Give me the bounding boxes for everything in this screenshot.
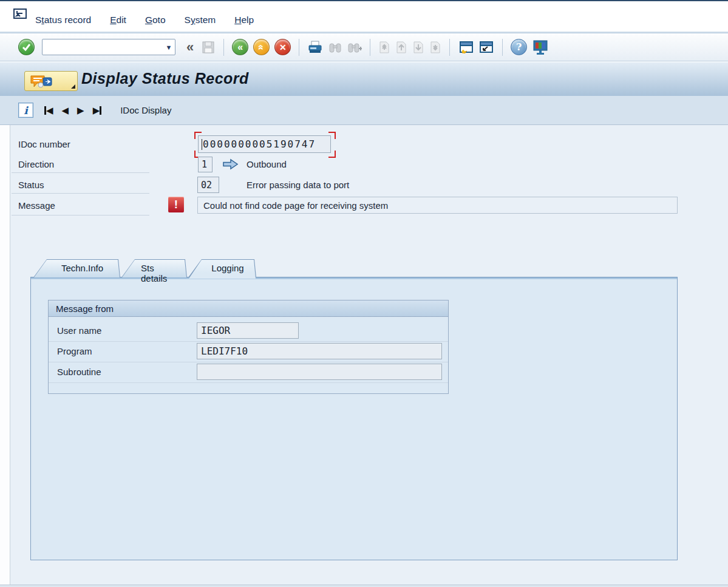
direction-field[interactable]: 1 [198,157,213,172]
direction-label: Direction [18,159,54,169]
save-button[interactable] [201,38,216,56]
screen-content: IDoc number 0000000005190747 Direction 1… [0,125,728,585]
find-button[interactable] [328,38,342,56]
separator [502,39,503,56]
previous-record-button[interactable]: ◀ [62,103,69,118]
message-field[interactable]: Could not find code page for receiving s… [197,197,678,214]
previous-record-icon: ◀ [62,106,69,115]
menu-system[interactable]: System [185,15,216,25]
menu-status-record[interactable]: Status record [35,15,91,25]
info-button[interactable]: i [18,103,33,118]
program-field[interactable]: LEDI7F10 [197,343,442,359]
row-separator [12,215,149,215]
command-input[interactable] [43,39,163,55]
first-page-button[interactable] [378,38,391,56]
exit-button[interactable]: « [253,38,270,56]
separator [449,39,450,56]
message-label: Message [18,200,55,211]
page-up-button[interactable] [395,38,408,56]
user-name-label: User name [57,325,101,336]
collapse-toolbar-icon[interactable]: « [186,39,194,55]
find-next-icon [347,40,362,55]
last-record-button[interactable]: ▶ [93,103,102,118]
print-icon [307,40,323,55]
subroutine-field[interactable] [197,364,442,380]
focus-corner [194,132,202,139]
status-description: Error passing data to port [247,180,349,190]
system-menu-icon[interactable] [12,7,29,23]
print-button[interactable] [307,38,323,56]
enter-button[interactable] [18,38,35,56]
outbound-arrow-icon [222,158,239,170]
menu-bar: Status record Edit Goto System Help [0,1,728,33]
title-menu-button[interactable] [24,71,78,91]
find-next-button[interactable] [347,38,362,56]
find-icon [328,40,342,55]
separator [299,39,299,56]
enter-check-icon [18,39,35,55]
new-session-button[interactable] [458,38,474,56]
last-record-icon: ▶ [93,106,100,115]
direction-description: Outbound [247,159,287,169]
program-label: Program [57,346,92,356]
form-row: Program LEDI7F10 [49,341,448,362]
customize-layout-icon [532,39,549,55]
create-shortcut-button[interactable] [478,38,494,56]
first-page-icon [378,40,391,55]
info-icon: i [24,104,27,117]
new-session-icon [458,40,474,55]
focus-corner [328,151,336,158]
back-button[interactable]: « [232,38,248,56]
page-down-icon [412,40,425,55]
window-bottom-edge [0,585,728,587]
first-record-button[interactable]: ◀ [44,103,53,118]
last-page-button[interactable] [429,38,442,56]
help-button[interactable]: ? [511,38,527,56]
text-cursor [202,139,202,150]
idoc-number-value: 0000000005190747 [203,138,316,150]
groupbox-title: Message from [49,300,448,317]
tab-logging[interactable]: Logging [188,259,256,277]
user-name-value: IEGOR [201,325,230,336]
tab-label: Techn.Info [33,259,120,273]
exit-icon: « [253,39,270,55]
cancel-icon: ✕ [274,39,291,55]
command-field[interactable]: ▼ [42,39,175,55]
error-icon: ! [168,197,184,212]
menu-items: Status record Edit Goto System Help [35,15,254,25]
menu-help[interactable]: Help [234,15,254,25]
focus-corner [328,132,336,139]
command-dropdown-icon[interactable]: ▼ [163,44,175,51]
message-from-groupbox: Message from User name IEGOR Program LED… [48,300,449,394]
help-icon: ? [511,39,527,55]
menu-goto[interactable]: Goto [145,15,166,25]
program-value: LEDI7F10 [201,345,248,357]
status-field[interactable]: 02 [197,177,219,193]
status-label: Status [18,180,44,190]
back-icon: « [232,39,248,55]
next-record-button[interactable]: ▶ [77,103,84,118]
cancel-button[interactable]: ✕ [274,38,291,56]
status-value: 02 [201,180,212,191]
idoc-number-field[interactable]: 0000000005190747 [198,135,331,153]
create-shortcut-icon [478,40,494,55]
form-row: User name IEGOR [49,321,448,341]
idoc-display-button[interactable]: IDoc Display [120,105,171,115]
tab-techn-info[interactable]: Techn.Info [33,259,120,277]
page-up-icon [395,40,408,55]
subroutine-label: Subroutine [57,367,101,377]
message-value: Could not find code page for receiving s… [203,200,388,211]
menu-edit[interactable]: Edit [110,15,126,25]
separator [223,39,224,56]
form-row: Subroutine [49,362,448,382]
customize-layout-button[interactable] [532,38,549,56]
tab-sts-details[interactable]: Sts details [121,259,187,277]
page-down-button[interactable] [412,38,425,56]
logging-tab-panel: Message from User name IEGOR Program LED… [30,277,678,560]
tab-label: Logging [188,259,256,273]
user-name-field[interactable]: IEGOR [197,322,299,339]
next-record-icon: ▶ [77,106,84,115]
separator [370,39,370,56]
row-separator [12,172,149,173]
direction-value: 1 [202,159,207,170]
